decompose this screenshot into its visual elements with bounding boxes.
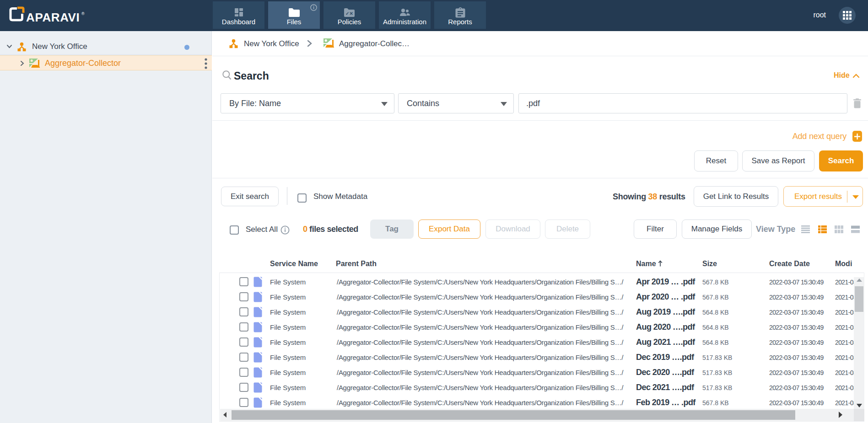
svg-text:APARAVI: APARAVI <box>26 11 80 23</box>
svg-text:✓✕: ✓✕ <box>345 11 353 16</box>
svg-text:®: ® <box>81 11 85 16</box>
